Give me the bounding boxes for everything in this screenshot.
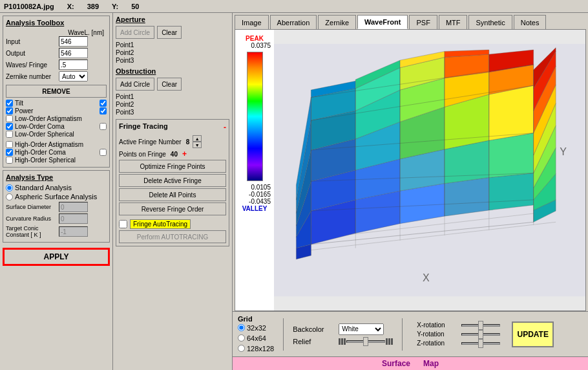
low-coma-label: Low-Order Coma <box>15 123 65 130</box>
high-spher-label: High-Order Spherical <box>15 157 76 164</box>
relief-tick-5 <box>388 338 390 345</box>
x-rotation-label: X-rotation <box>417 321 459 329</box>
grid-32-radio[interactable] <box>238 324 245 331</box>
low-coma-checkbox[interactable] <box>6 123 13 130</box>
high-coma-checkbox[interactable] <box>6 149 13 156</box>
points-plus-btn[interactable]: + <box>182 150 187 158</box>
active-fringe-spinner: ▲ ▼ <box>193 135 202 148</box>
map-tab[interactable]: Map <box>423 359 439 368</box>
high-astig-checkbox[interactable] <box>6 141 13 148</box>
standard-radio[interactable] <box>6 184 13 191</box>
delete-all-btn[interactable]: Delete All Points <box>119 188 226 201</box>
analysis-type: Analysis Type Standard Analysis Aspheric… <box>3 170 110 243</box>
grid-128-radio[interactable] <box>238 345 245 352</box>
active-fringe-row: Active Fringe Number 8 ▲ ▼ <box>119 135 226 148</box>
reverse-btn[interactable]: Reverse Fringe Order <box>119 202 226 215</box>
y-rotation-slider[interactable] <box>461 333 500 336</box>
low-coma-checkbox2[interactable] <box>100 123 107 130</box>
zernike-row: Zernike number Auto 8 16 <box>6 71 107 82</box>
svg-marker-14 <box>489 173 534 210</box>
tab-aberration[interactable]: Aberration <box>270 15 317 29</box>
relief-slider[interactable] <box>346 340 385 343</box>
obstruction-point1: Point1 <box>116 93 229 100</box>
x-rotation-slider[interactable] <box>461 324 500 327</box>
aperture-title: Aperture <box>116 16 229 23</box>
z-rotation-slider[interactable] <box>461 342 500 345</box>
svg-text:Y: Y <box>560 146 567 157</box>
low-spher-checkbox[interactable] <box>6 131 13 138</box>
fringe-tracing-section: Fringe Tracing - Active Fringe Number 8 … <box>116 119 229 246</box>
autotracing-row: Fringe AutoTracing <box>119 219 226 229</box>
obstruction-clear-btn[interactable]: Clear <box>157 78 182 91</box>
waves-field[interactable] <box>59 60 88 70</box>
bottom-controls: Grid 32x32 64x64 128x128 Backcolor <box>233 311 588 356</box>
svg-marker-19 <box>489 133 534 178</box>
autotracing-checkbox[interactable] <box>119 220 127 228</box>
tab-mtf[interactable]: MTF <box>439 15 468 29</box>
active-fringe-up[interactable]: ▲ <box>193 135 202 142</box>
aperture-section: Aperture Add Circle Clear Point1 Point2 … <box>116 16 229 65</box>
low-spher-row: Low-Order Spherical <box>6 131 107 138</box>
grid-32-label: 32x32 <box>247 324 266 332</box>
tab-synthetic[interactable]: Synthetic <box>468 15 512 29</box>
power-checkbox[interactable] <box>6 107 13 114</box>
aperture-clear-btn[interactable]: Clear <box>157 26 182 39</box>
relief-row: Relief <box>293 338 393 345</box>
grid-64-radio[interactable] <box>238 334 245 342</box>
conic-field <box>59 226 88 237</box>
tab-image[interactable]: Image <box>235 15 269 29</box>
relief-tick-1 <box>339 338 341 345</box>
relief-label: Relief <box>293 338 335 345</box>
obstruction-section: Obstruction Add Circle Clear Point1 Poin… <box>116 67 229 116</box>
apply-button[interactable]: APPLY <box>3 248 110 266</box>
grid-64-label: 64x64 <box>247 334 266 342</box>
tilt-checkbox2[interactable] <box>100 100 107 107</box>
svg-marker-24 <box>489 85 534 140</box>
low-astig-checkbox[interactable] <box>6 115 13 122</box>
surface-tab[interactable]: Surface <box>382 359 410 368</box>
z-rotation-label: Z-rotation <box>417 340 459 347</box>
y-rotation-label: Y-rotation <box>417 331 459 338</box>
high-coma-checkbox2[interactable] <box>100 149 107 156</box>
remove-button[interactable]: REMOVE <box>6 85 107 98</box>
rotation-section: X-rotation Y-rotation Z-rotation <box>417 321 500 347</box>
conic-label: Target Conic Constant [ K ] <box>6 225 58 238</box>
aperture-add-circle-btn[interactable]: Add Circle <box>116 26 154 39</box>
optimize-btn[interactable]: Optimize Fringe Points <box>119 160 226 173</box>
surface-diameter-label: Surface Diameter <box>6 204 58 210</box>
x-coord-label: X: <box>67 3 74 10</box>
color-scale: PEAK 0.0375 0.0105 -0.0165 -0.0435 VALLE… <box>235 30 274 310</box>
tab-psf[interactable]: PSF <box>409 15 437 29</box>
valley-label: VALLEY <box>242 205 268 212</box>
obstruction-point3: Point3 <box>116 109 229 116</box>
backcolor-section: Backcolor White Black Gray Relief <box>293 323 393 345</box>
wavefront-svg: X Y <box>274 30 585 310</box>
aperture-point1: Point1 <box>116 41 229 49</box>
tilt-checkbox[interactable] <box>6 100 13 107</box>
active-fringe-down[interactable]: ▼ <box>193 142 202 148</box>
power-label: Power <box>15 107 33 114</box>
output-field[interactable] <box>59 48 88 58</box>
low-spher-label: Low-Order Spherical <box>15 131 74 138</box>
right-panel: Image Aberration Zernike WaveFront PSF M… <box>233 13 588 370</box>
aspheric-radio[interactable] <box>6 193 13 201</box>
tab-notes[interactable]: Notes <box>514 15 547 29</box>
input-field[interactable] <box>59 36 88 47</box>
backcolor-select[interactable]: White Black Gray <box>339 323 384 335</box>
zernike-select[interactable]: Auto 8 16 <box>59 71 88 82</box>
obstruction-add-circle-btn[interactable]: Add Circle <box>116 78 154 91</box>
fringe-minus-btn[interactable]: - <box>224 124 226 131</box>
high-astig-row: High-Order Astigmatism <box>6 141 107 148</box>
power-checkbox2[interactable] <box>100 107 107 114</box>
output-row: Output <box>6 48 107 58</box>
aspheric-analysis-label: Aspheric Surface Analysis <box>15 193 97 201</box>
active-fringe-label: Active Fringe Number <box>119 138 182 146</box>
relief-tick-3 <box>344 338 346 345</box>
delete-active-btn[interactable]: Delete Active Fringe <box>119 174 226 187</box>
tab-wavefront[interactable]: WaveFront <box>357 15 408 29</box>
high-spher-checkbox[interactable] <box>6 157 13 164</box>
tab-zernike[interactable]: Zernike <box>318 15 356 29</box>
update-button[interactable]: UPDATE <box>512 321 554 347</box>
relief-slider-container <box>339 338 393 345</box>
power-row: Power <box>6 107 107 114</box>
